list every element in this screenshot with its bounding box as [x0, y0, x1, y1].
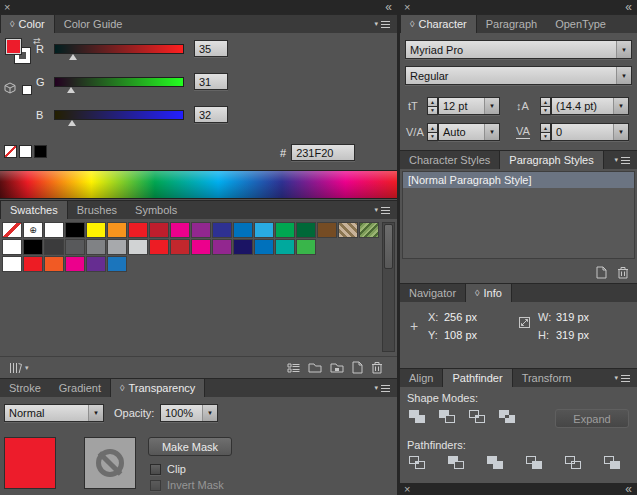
close-icon[interactable]: ×	[404, 2, 410, 12]
transparency-panel-menu-icon[interactable]: ▾	[367, 379, 397, 397]
tab-opentype[interactable]: OpenType	[546, 15, 615, 33]
chevron-down-icon[interactable]: ▾	[484, 124, 499, 140]
kerning-dropdown[interactable]: Auto ▾	[438, 123, 500, 141]
crop-button[interactable]	[524, 454, 546, 472]
delete-style-trash-icon[interactable]	[617, 266, 629, 279]
swatch-ffffff[interactable]	[2, 256, 22, 272]
black-swatch[interactable]	[34, 145, 47, 158]
clip-checkbox[interactable]	[150, 464, 161, 475]
swatch-a7a9ac[interactable]	[107, 239, 127, 255]
tab-paragraph-styles[interactable]: Paragraph Styles	[499, 151, 603, 169]
channel-r-slider[interactable]	[54, 44, 184, 54]
in-web-color-swatch[interactable]	[22, 85, 32, 95]
swatch-f15a24[interactable]	[44, 256, 64, 272]
swatches-scrollbar[interactable]	[382, 222, 395, 352]
tab-transform[interactable]: Transform	[513, 369, 581, 387]
new-style-icon[interactable]	[596, 266, 607, 279]
swatch-ed1c24[interactable]	[149, 239, 169, 255]
swatch-ffffff[interactable]	[2, 239, 22, 255]
swatch-c1272d[interactable]	[170, 239, 190, 255]
leading-dropdown[interactable]: (14.4 pt) ▾	[551, 97, 629, 115]
leading-stepper[interactable]: ▲▼	[540, 97, 551, 115]
tracking-stepper[interactable]: ▲▼	[540, 123, 551, 141]
swatch-006838[interactable]	[296, 222, 316, 238]
swatch-58595b[interactable]	[65, 239, 85, 255]
tab-character[interactable]: ◊ Character	[400, 15, 477, 33]
swatch-00a99d[interactable]	[275, 239, 295, 255]
intersect-button[interactable]	[467, 408, 489, 426]
style-list-item[interactable]: [Normal Paragraph Style]	[403, 172, 634, 188]
channel-g-slider[interactable]	[54, 77, 184, 87]
swatch-be1e2d[interactable]	[149, 222, 169, 238]
show-swatch-kinds-icon[interactable]	[283, 362, 304, 373]
swatch-pattern-1[interactable]	[338, 222, 358, 238]
color-spectrum-bar[interactable]	[0, 170, 397, 199]
swatch-d1d3d4[interactable]	[128, 239, 148, 255]
opacity-mask-thumbnail[interactable]	[84, 437, 136, 489]
scrollbar-thumb[interactable]	[384, 224, 393, 269]
blend-mode-dropdown[interactable]: Normal ▾	[4, 404, 104, 422]
swatch-registration[interactable]: ⊕	[23, 222, 43, 238]
tab-stroke[interactable]: Stroke	[0, 379, 50, 397]
tracking-dropdown[interactable]: 0 ▾	[551, 123, 629, 141]
chevron-down-icon[interactable]: ▾	[613, 98, 628, 114]
swatch-808285[interactable]	[86, 239, 106, 255]
white-swatch[interactable]	[19, 145, 32, 158]
font-size-dropdown[interactable]: 12 pt ▾	[438, 97, 500, 115]
slider-thumb-icon[interactable]	[69, 54, 77, 60]
channel-b-value-field[interactable]: 32	[194, 106, 228, 123]
chevron-down-icon[interactable]: ▾	[616, 67, 631, 84]
tab-color[interactable]: ◊ Color	[0, 15, 55, 33]
outline-button[interactable]	[563, 454, 585, 472]
swatch-1b75bc[interactable]	[107, 256, 127, 272]
swatch-ed1c24[interactable]	[128, 222, 148, 238]
delete-swatch-trash-icon[interactable]	[367, 361, 387, 374]
tab-brushes[interactable]: Brushes	[68, 201, 126, 219]
tab-gradient[interactable]: Gradient	[50, 379, 110, 397]
swatch-ed1c24[interactable]	[23, 256, 43, 272]
swatch-92278f[interactable]	[212, 239, 232, 255]
swatch-000000[interactable]	[65, 222, 85, 238]
font-style-dropdown[interactable]: Regular ▾	[405, 66, 632, 85]
channel-g-value-field[interactable]: 31	[194, 73, 228, 90]
tab-swatches[interactable]: Swatches	[0, 201, 68, 219]
swatch-f7941d[interactable]	[107, 222, 127, 238]
swatch-662d91[interactable]	[86, 256, 106, 272]
swatch-39b54a[interactable]	[296, 239, 316, 255]
exclude-button[interactable]	[497, 408, 519, 426]
font-family-dropdown[interactable]: Myriad Pro ▾	[405, 40, 632, 59]
swatch-none[interactable]	[2, 222, 22, 238]
tab-navigator[interactable]: Navigator	[400, 284, 465, 302]
unite-button[interactable]	[407, 408, 429, 426]
collapse-panels-icon[interactable]: «	[385, 0, 391, 14]
tab-info[interactable]: ◊ Info	[465, 284, 512, 302]
swatch-1b1464[interactable]	[233, 239, 253, 255]
out-of-gamut-cube-icon[interactable]	[4, 82, 16, 94]
swatch-options-icon[interactable]	[304, 362, 326, 373]
divide-button[interactable]	[407, 454, 429, 472]
swatch-0072bc[interactable]	[233, 222, 253, 238]
panel-collapse-widget-icon[interactable]: ◊	[120, 383, 124, 393]
tab-character-styles[interactable]: Character Styles	[400, 151, 499, 169]
tab-color-guide[interactable]: Color Guide	[55, 15, 132, 33]
fill-proxy-swatch[interactable]	[6, 39, 21, 54]
close-icon[interactable]: ×	[404, 484, 410, 494]
tab-align[interactable]: Align	[400, 369, 442, 387]
swatch-ffffff[interactable]	[44, 222, 64, 238]
swatch-ec008c[interactable]	[65, 256, 85, 272]
panel-collapse-widget-icon[interactable]: ◊	[10, 19, 14, 29]
styles-panel-menu-icon[interactable]: ▾	[607, 151, 637, 169]
tab-symbols[interactable]: Symbols	[126, 201, 186, 219]
chevron-down-icon[interactable]: ▾	[484, 98, 499, 114]
close-icon[interactable]: ×	[4, 2, 10, 12]
opacity-dropdown[interactable]: 100% ▾	[160, 404, 218, 422]
new-color-group-icon[interactable]	[326, 362, 348, 373]
swatch-00a651[interactable]	[275, 222, 295, 238]
chevron-down-icon[interactable]: ▾	[202, 405, 217, 421]
minus-back-button[interactable]	[602, 454, 624, 472]
new-swatch-icon[interactable]	[348, 361, 367, 374]
swatches-panel-menu-icon[interactable]: ▾	[367, 201, 397, 219]
swatch-ec008c[interactable]	[170, 222, 190, 238]
make-mask-button[interactable]: Make Mask	[148, 437, 232, 456]
swatch-pattern-2[interactable]	[359, 222, 379, 238]
